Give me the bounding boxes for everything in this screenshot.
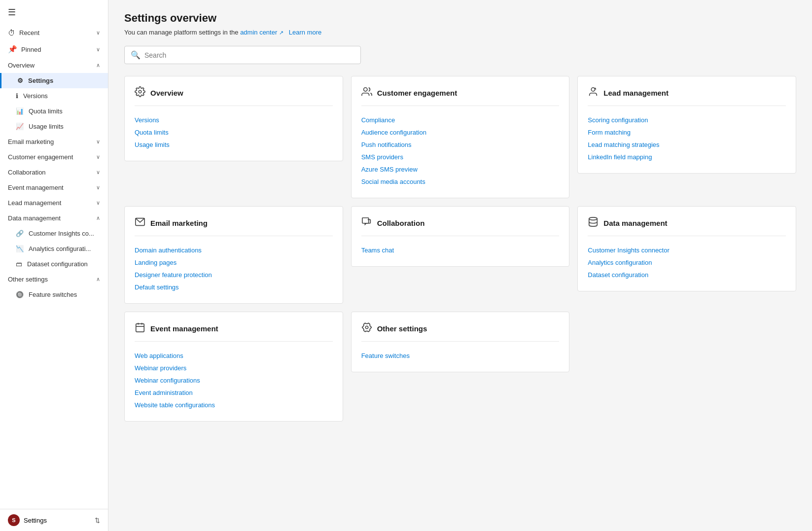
svg-point-2 [592, 88, 595, 91]
avatar: S [8, 514, 20, 526]
lead-icon [588, 86, 599, 100]
card-ce-link-compliance[interactable]: Compliance [361, 114, 560, 126]
sidebar-section-other-settings[interactable]: Other settings ∧ [0, 272, 108, 287]
sidebar-item-customer-insights[interactable]: 🔗 Customer Insights co... [0, 226, 108, 241]
sort-icon[interactable]: ⇅ [95, 517, 100, 524]
sidebar-section-recent[interactable]: ⏱ Recent ∨ [0, 25, 108, 41]
card-customer-engagement-title: Customer engagement [377, 89, 458, 97]
sidebar-section-email-marketing[interactable]: Email marketing ∨ [0, 134, 108, 149]
chevron-down-icon: ∨ [96, 139, 100, 145]
card-lm-link-scoring[interactable]: Scoring configuration [588, 114, 786, 126]
sidebar-item-dataset-config[interactable]: 🗃 Dataset configuration [0, 256, 108, 272]
sidebar-section-pinned[interactable]: 📌 Pinned ∨ [0, 41, 108, 58]
sidebar-item-usage-limits[interactable]: 📈 Usage limits [0, 119, 108, 134]
sidebar-section-customer-engagement-label: Customer engagement [8, 153, 73, 161]
card-data-management-title: Data management [603, 219, 667, 227]
chevron-down-icon: ∨ [96, 30, 100, 36]
main-content: Settings overview You can manage platfor… [108, 0, 812, 531]
svg-rect-5 [362, 218, 368, 223]
sidebar-section-overview-label: Overview [8, 62, 35, 69]
chevron-up-icon: ∧ [96, 276, 100, 283]
card-overview-link-quota[interactable]: Quota limits [135, 126, 333, 139]
chevron-up-icon: ∧ [96, 215, 100, 221]
card-em-link-designer[interactable]: Designer feature protection [135, 269, 333, 281]
card-ev-link-webinar-config[interactable]: Webinar configurations [135, 374, 333, 387]
card-overview-title: Overview [150, 89, 183, 97]
card-ce-link-social[interactable]: Social media accounts [361, 176, 560, 188]
card-dm-link-analytics[interactable]: Analytics configuration [588, 256, 786, 269]
card-event-management-header: Event management [135, 322, 333, 342]
sidebar-item-dataset-config-label: Dataset configuration [27, 260, 88, 268]
card-other-settings-title: Other settings [377, 324, 427, 333]
svg-point-1 [363, 88, 367, 91]
card-collaboration-title: Collaboration [377, 219, 425, 227]
card-ce-link-push[interactable]: Push notifications [361, 139, 560, 151]
card-email-marketing: Email marketing Domain authentications L… [124, 206, 343, 304]
sidebar-item-analytics-config[interactable]: 📉 Analytics configurati... [0, 241, 108, 256]
search-bar[interactable]: 🔍 [124, 46, 361, 64]
quota-icon: 📊 [16, 107, 24, 115]
card-em-link-landing[interactable]: Landing pages [135, 256, 333, 269]
card-ev-link-web[interactable]: Web applications [135, 350, 333, 362]
sidebar-item-quota-limits[interactable]: 📊 Quota limits [0, 104, 108, 119]
card-ev-link-webinar-providers[interactable]: Webinar providers [135, 362, 333, 374]
chevron-down-icon: ∨ [96, 169, 100, 176]
card-em-link-default[interactable]: Default settings [135, 281, 333, 293]
card-dm-link-ci[interactable]: Customer Insights connector [588, 244, 786, 256]
sidebar-section-overview[interactable]: Overview ∧ [0, 58, 108, 73]
card-ev-link-event-admin[interactable]: Event administration [135, 387, 333, 399]
bottom-bar: S Settings ⇅ [0, 509, 108, 531]
sidebar-section-pinned-label: Pinned [21, 46, 41, 53]
card-dm-link-dataset[interactable]: Dataset configuration [588, 269, 786, 281]
svg-point-6 [589, 217, 598, 220]
card-collab-link-teams[interactable]: Teams chat [361, 244, 560, 256]
card-ev-link-website-table[interactable]: Website table configurations [135, 399, 333, 411]
sidebar-section-email-marketing-label: Email marketing [8, 138, 54, 145]
chevron-down-icon: ∨ [96, 46, 100, 53]
card-overview-header: Overview [135, 86, 333, 106]
sidebar-item-feature-switches-label: Feature switches [29, 291, 77, 298]
card-overview-link-usage[interactable]: Usage limits [135, 139, 333, 151]
card-lead-management-header: Lead management [588, 86, 786, 106]
sidebar-section-lead-management[interactable]: Lead management ∨ [0, 195, 108, 211]
sidebar-section-other-settings-label: Other settings [8, 276, 48, 283]
learn-more-link[interactable]: Learn more [289, 29, 321, 36]
admin-center-link[interactable]: admin center ↗ [240, 29, 285, 36]
card-other-settings: Other settings Feature switches [351, 312, 570, 372]
sidebar-section-data-management-label: Data management [8, 214, 61, 222]
usage-icon: 📈 [16, 123, 24, 130]
card-em-link-domain[interactable]: Domain authentications [135, 244, 333, 256]
card-data-management: Data management Customer Insights connec… [577, 206, 796, 291]
card-overview-link-versions[interactable]: Versions [135, 114, 333, 126]
other-settings-icon [361, 322, 372, 335]
card-lm-link-lead-matching[interactable]: Lead matching strategies [588, 139, 786, 151]
event-icon [135, 322, 145, 335]
sidebar-item-settings-label: Settings [28, 77, 53, 84]
recent-icon: ⏱ [8, 29, 15, 37]
bottom-bar-user[interactable]: S Settings [8, 514, 47, 526]
search-input[interactable] [144, 51, 354, 59]
card-lm-link-linkedin[interactable]: LinkedIn field mapping [588, 151, 786, 163]
card-lm-link-form[interactable]: Form matching [588, 126, 786, 139]
card-lead-management-title: Lead management [603, 89, 669, 97]
card-overview: Overview Versions Quota limits Usage lim… [124, 76, 343, 161]
hamburger-menu[interactable]: ☰ [0, 0, 108, 25]
sidebar-item-versions[interactable]: ℹ Versions [0, 88, 108, 104]
sidebar-item-feature-switches[interactable]: 🔘 Feature switches [0, 287, 108, 302]
sidebar-section-event-management[interactable]: Event management ∨ [0, 180, 108, 195]
card-os-link-feature-switches[interactable]: Feature switches [361, 350, 560, 362]
sidebar-section-lead-management-label: Lead management [8, 199, 61, 207]
sidebar-item-settings[interactable]: ⚙ Settings [0, 73, 108, 88]
card-lead-management: Lead management Scoring configuration Fo… [577, 76, 796, 174]
sidebar-section-customer-engagement[interactable]: Customer engagement ∨ [0, 149, 108, 165]
sidebar-section-collaboration[interactable]: Collaboration ∨ [0, 165, 108, 180]
card-ce-link-sms[interactable]: SMS providers [361, 151, 560, 163]
card-ce-link-audience[interactable]: Audience configuration [361, 126, 560, 139]
toggle-icon: 🔘 [16, 291, 24, 298]
sidebar-section-data-management[interactable]: Data management ∧ [0, 211, 108, 226]
dataset-icon: 🗃 [16, 260, 22, 268]
subtitle-text: You can manage platform settings in the [124, 29, 239, 36]
card-ce-link-azure[interactable]: Azure SMS preview [361, 163, 560, 176]
gear-icon [135, 86, 145, 100]
email-icon [135, 216, 145, 230]
